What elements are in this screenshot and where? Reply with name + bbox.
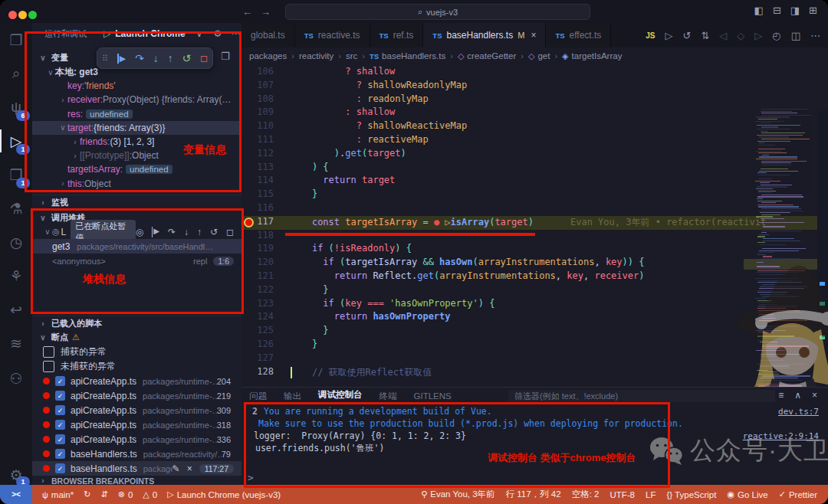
- activity-item-resource-monitor[interactable]: ◷: [0, 225, 32, 259]
- editor-action-comp-icon[interactable]: ⇅: [701, 30, 709, 41]
- console-filter-input[interactable]: 筛选器(例如 text、!exclude): [508, 390, 775, 402]
- status-item--typescript[interactable]: {} TypeScript: [666, 490, 716, 499]
- editor-action-js-icon[interactable]: JS: [646, 31, 655, 40]
- checkbox-checked[interactable]: ✓: [55, 376, 65, 386]
- session-continue-icon[interactable]: ▶: [152, 227, 159, 237]
- tab-global.ts[interactable]: global.ts: [242, 23, 295, 47]
- status-item-main-[interactable]: ψmain*: [42, 489, 74, 499]
- remote-indicator[interactable]: ><: [0, 485, 32, 504]
- debug-more-actions-icon[interactable]: ⋯: [231, 28, 240, 39]
- status-item-launch-chrome-vuejs-v3-[interactable]: ▷Launch Chrome (vuejs-v3): [167, 489, 281, 499]
- launch-config-name[interactable]: Launch Chrome: [115, 28, 185, 39]
- status-item-0[interactable]: △0: [143, 489, 157, 499]
- editor-action-navd-icon[interactable]: ◇: [737, 30, 744, 41]
- checkbox-checked[interactable]: ✓: [55, 391, 65, 401]
- breakpoint-dot-icon[interactable]: [43, 421, 50, 428]
- panel-tab-调试控制台[interactable]: 调试控制台: [318, 389, 363, 403]
- editor-action-dots-icon[interactable]: ⋯: [810, 30, 820, 41]
- console-source-link[interactable]: dev.ts:7: [778, 407, 819, 417]
- status-item-go-live[interactable]: ◉Go Live: [727, 489, 767, 499]
- toolbar-grip-icon[interactable]: ⠿: [102, 54, 108, 64]
- checkbox-checked[interactable]: ✓: [55, 463, 65, 473]
- tab-baseHandlers.ts[interactable]: TSbaseHandlers.tsM×: [423, 23, 546, 47]
- breadcrumb-item[interactable]: packages: [249, 51, 287, 61]
- breakpoint-row[interactable]: ✓apiCreateApp.tspackages/runtime-…309: [32, 403, 242, 417]
- breakpoint-row[interactable]: ✓apiCreateApp.tspackages/runtime-…219: [32, 388, 242, 403]
- status-item-prettier[interactable]: ✓Prettier: [779, 489, 817, 499]
- tab-reactive.ts[interactable]: TSreactive.ts: [295, 23, 370, 47]
- toggle-panel-icon[interactable]: ⊟: [773, 5, 781, 15]
- breakpoints-section-header[interactable]: ∨断点 ⚠: [32, 330, 242, 345]
- restart-icon[interactable]: ↺: [182, 52, 191, 64]
- session-step-out-icon[interactable]: ↑: [197, 227, 202, 237]
- variable-row[interactable]: ›this: Object: [32, 177, 242, 191]
- editor-action-hist-icon[interactable]: ↺: [683, 30, 692, 41]
- panel-tab-终端[interactable]: 终端: [380, 391, 397, 402]
- breadcrumb-item[interactable]: get: [537, 51, 550, 61]
- maximize-window-button[interactable]: [28, 11, 37, 19]
- console-row[interactable]: Make sure to use the production build (*…: [242, 417, 828, 430]
- activity-item-todo-tree[interactable]: ⚘: [0, 259, 32, 293]
- breadcrumb-item[interactable]: reactivity: [299, 51, 334, 61]
- variable-row[interactable]: ∨target: {friends: Array(3)}: [32, 121, 242, 135]
- checkbox-checked[interactable]: ✓: [55, 449, 65, 459]
- edit-breakpoint-icon[interactable]: ✎: [172, 463, 180, 474]
- breakpoint-dot-icon[interactable]: [43, 436, 50, 443]
- customize-layout-icon[interactable]: ⊞: [809, 5, 817, 15]
- breakpoint-row[interactable]: ✓baseHandlers.tspackages/reactivity/…79: [32, 447, 242, 461]
- editor-action-time-icon[interactable]: ◴: [772, 30, 780, 41]
- console-input-prompt[interactable]: >: [248, 472, 254, 483]
- session-stop-icon[interactable]: ◻: [226, 227, 234, 237]
- tab-close-icon[interactable]: ×: [531, 30, 536, 41]
- variable-row[interactable]: key: 'friends': [32, 79, 242, 93]
- status-item-lf[interactable]: LF: [646, 490, 656, 499]
- breakpoint-dot-icon[interactable]: [43, 450, 50, 457]
- variable-row[interactable]: ›receiver: Proxy(Object) {friends: Array…: [32, 93, 242, 106]
- debug-session-row[interactable]: ∨ ◎ L 已在断点处暂停 ◎ ▶ ↷ ↓ ↑ ↺ ◻: [32, 224, 242, 239]
- breakpoint-dot-icon[interactable]: [43, 407, 50, 414]
- toggle-sidebar-icon[interactable]: ◧: [754, 5, 764, 15]
- exception-breakpoint-row[interactable]: 未捕获的异常: [32, 359, 242, 374]
- stack-frame-row[interactable]: get3packages/reactivity/src/baseHandl…: [32, 239, 242, 254]
- status-item--2[interactable]: 空格: 2: [572, 489, 600, 500]
- remove-breakpoint-icon[interactable]: ×: [187, 463, 192, 474]
- callstack-section-header[interactable]: ∨调用堆栈: [32, 210, 242, 225]
- status-item--117-42[interactable]: 行 117，列 42: [506, 489, 561, 500]
- status-item[interactable]: ↻: [84, 489, 90, 499]
- stack-frame-row[interactable]: <anonymous>repl1:6: [32, 254, 242, 268]
- code-area[interactable]: 1061071081091101111121131141151161171181…: [242, 66, 828, 387]
- breadcrumb-item[interactable]: baseHandlers.ts: [382, 51, 445, 61]
- panel-menu-icon[interactable]: ≡: [778, 390, 784, 401]
- variable-row[interactable]: res: undefined: [32, 107, 242, 121]
- panel-tab-输出[interactable]: 输出: [284, 391, 301, 402]
- editor-group[interactable]: global.tsTSreactive.tsTSref.tsTSbaseHand…: [242, 23, 828, 387]
- line-numbers-gutter[interactable]: 1061071081091101111121131141151161171181…: [242, 66, 278, 379]
- nav-back-icon[interactable]: ←: [242, 6, 252, 18]
- console-row[interactable]: 2You are running a development build of …: [242, 405, 828, 417]
- checkbox-checked[interactable]: ✓: [55, 420, 65, 430]
- command-center-search[interactable]: ⌕ vuejs-v3: [285, 4, 590, 20]
- status-item-0[interactable]: ⊗0: [118, 489, 133, 499]
- breakpoint-row[interactable]: ✓apiCreateApp.tspackages/runtime-…204: [32, 374, 242, 388]
- activity-item-docker[interactable]: ≋: [0, 326, 32, 360]
- step-out-icon[interactable]: ↑: [168, 52, 173, 64]
- step-into-icon[interactable]: ↓: [153, 52, 159, 64]
- status-item-evan-you-3-[interactable]: ⚲Evan You, 3年前: [421, 489, 495, 500]
- panel-tab-GITLENS[interactable]: GITLENS: [414, 391, 452, 401]
- activity-item-search[interactable]: ⌕: [0, 57, 32, 90]
- checkbox-checked[interactable]: ✓: [55, 405, 65, 415]
- variable-row[interactable]: targetIsArray: undefined: [32, 162, 242, 176]
- continue-icon[interactable]: ▶: [117, 54, 126, 64]
- breakpoint-dot-icon[interactable]: [43, 378, 50, 385]
- editor-action-navf-icon[interactable]: ▷: [754, 30, 762, 41]
- twisty-icon[interactable]: ›: [71, 138, 80, 146]
- panel-close-icon[interactable]: ×: [812, 390, 817, 401]
- breadcrumb[interactable]: packages›reactivity›src›TSbaseHandlers.t…: [249, 47, 828, 64]
- twisty-icon[interactable]: ›: [58, 96, 67, 104]
- session-record-icon[interactable]: ◎: [136, 227, 143, 237]
- close-window-button[interactable]: [8, 11, 17, 19]
- session-restart-icon[interactable]: ↺: [210, 227, 218, 237]
- activity-item-run-debug[interactable]: ▷1: [0, 124, 32, 158]
- nav-forward-icon[interactable]: →: [261, 6, 271, 18]
- launch-config-dropdown-icon[interactable]: ∨: [196, 28, 203, 39]
